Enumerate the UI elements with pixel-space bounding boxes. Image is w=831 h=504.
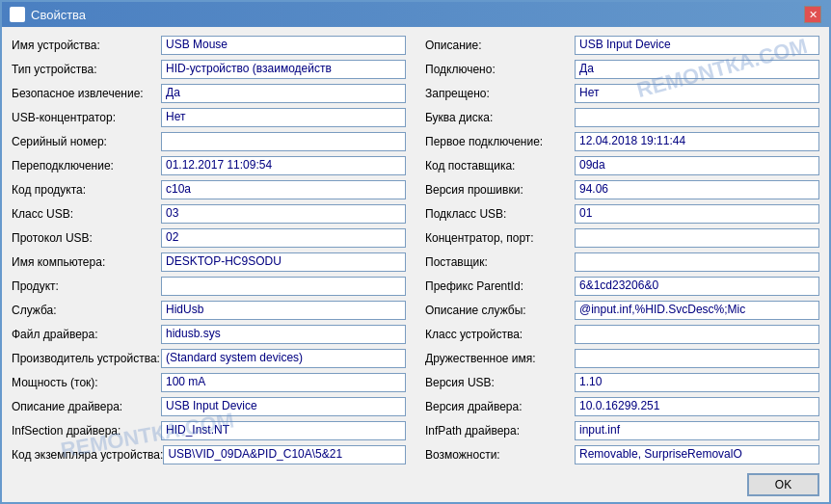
field-value: @input.inf,%HID.SvcDesc%;Mic bbox=[575, 301, 819, 320]
right-field-row: Подкласс USB:01 bbox=[425, 203, 819, 225]
left-field-row: Продукт: bbox=[12, 276, 406, 297]
footer: OK bbox=[2, 467, 829, 502]
window-title: Свойства bbox=[31, 8, 86, 22]
left-field-row: Безопасное извлечение:Да bbox=[12, 83, 406, 104]
content-area: REMONТКА.COM REMONТКА.COM Имя устройства… bbox=[2, 27, 829, 467]
field-label: Поставщик: bbox=[425, 255, 575, 269]
field-value: USB Mouse bbox=[161, 36, 406, 55]
field-value: hidusb.sys bbox=[161, 325, 406, 344]
field-label: Имя компьютера: bbox=[12, 255, 161, 269]
left-field-row: USB-концентратор:Нет bbox=[12, 107, 406, 128]
field-value: Да bbox=[161, 84, 406, 103]
right-field-row: Поставщик: bbox=[425, 252, 819, 273]
right-field-row: Возможности:Removable, SurpriseRemovalO bbox=[425, 444, 819, 465]
right-field-row: Версия прошивки:94.06 bbox=[425, 179, 819, 200]
field-label: USB-концентратор: bbox=[12, 111, 161, 124]
right-field-row: InfPath драйвера:input.inf bbox=[425, 420, 819, 441]
field-value: HidUsb bbox=[161, 301, 406, 320]
right-field-row: Описание:USB Input Device bbox=[425, 35, 819, 56]
field-value bbox=[575, 108, 819, 127]
field-value: Да bbox=[575, 60, 819, 79]
field-label: Описание драйвера: bbox=[12, 400, 161, 413]
field-value bbox=[575, 252, 819, 272]
field-value: USB Input Device bbox=[161, 397, 406, 416]
field-value: input.inf bbox=[575, 421, 819, 440]
window-icon: ⚙ bbox=[10, 7, 25, 22]
field-value bbox=[575, 349, 819, 368]
properties-grid: Имя устройства:USB MouseТип устройства:H… bbox=[12, 35, 819, 465]
right-field-row: Префикс ParentId:6&1cd23206&0 bbox=[425, 276, 819, 297]
field-value: HID-устройство (взаимодейств bbox=[161, 60, 406, 79]
field-label: Серийный номер: bbox=[12, 135, 161, 148]
ok-button[interactable]: OK bbox=[747, 473, 819, 496]
right-column: Описание:USB Input DeviceПодключено:ДаЗа… bbox=[425, 35, 819, 465]
left-field-row: Служба:HidUsb bbox=[12, 300, 406, 321]
field-label: Описание службы: bbox=[425, 304, 575, 317]
close-button[interactable]: ✕ bbox=[804, 6, 821, 23]
left-field-row: Мощность (ток):100 mA bbox=[12, 372, 406, 393]
field-value: c10a bbox=[161, 180, 406, 199]
left-field-row: Производитель устройства:(Standard syste… bbox=[12, 348, 406, 369]
left-field-row: Класс USB:03 bbox=[12, 203, 406, 225]
title-bar: ⚙ Свойства ✕ bbox=[2, 2, 829, 27]
field-label: Безопасное извлечение: bbox=[12, 87, 161, 100]
right-field-row: Дружественное имя: bbox=[425, 348, 819, 369]
field-label: Код экземпляра устройства: bbox=[12, 448, 163, 462]
field-value: 09da bbox=[575, 156, 819, 175]
right-field-row: Класс устройства: bbox=[425, 324, 819, 345]
field-value: 01.12.2017 11:09:54 bbox=[161, 156, 406, 175]
left-field-row: Файл драйвера:hidusb.sys bbox=[12, 324, 406, 345]
right-field-row: Код поставщика:09da bbox=[425, 155, 819, 176]
field-label: Имя устройства: bbox=[12, 39, 161, 52]
field-value bbox=[161, 132, 406, 151]
left-field-row: Имя компьютера:DESKTOP-HC9SODU bbox=[12, 252, 406, 273]
right-field-row: Описание службы:@input.inf,%HID.SvcDesc%… bbox=[425, 300, 819, 321]
right-field-row: Подключено:Да bbox=[425, 59, 819, 80]
field-label: Дружественное имя: bbox=[425, 352, 575, 365]
field-value: 10.0.16299.251 bbox=[575, 397, 819, 416]
left-field-row: Переподключение:01.12.2017 11:09:54 bbox=[12, 155, 406, 176]
field-value: 12.04.2018 19:11:44 bbox=[575, 132, 819, 151]
left-field-row: Код экземпляра устройства:USB\VID_09DA&P… bbox=[12, 444, 406, 465]
field-label: Версия прошивки: bbox=[425, 183, 575, 197]
field-label: Версия USB: bbox=[425, 376, 575, 389]
field-label: Первое подключение: bbox=[425, 135, 575, 148]
field-value: 03 bbox=[161, 204, 406, 224]
field-value: Нет bbox=[575, 84, 819, 103]
field-label: Концентратор, порт: bbox=[425, 231, 575, 245]
right-field-row: Первое подключение:12.04.2018 19:11:44 bbox=[425, 131, 819, 152]
left-field-row: Описание драйвера:USB Input Device bbox=[12, 396, 406, 417]
left-field-row: Протокол USB:02 bbox=[12, 227, 406, 249]
field-value: HID_Inst.NT bbox=[161, 421, 406, 440]
field-label: Продукт: bbox=[12, 279, 161, 293]
field-label: Переподключение: bbox=[12, 159, 161, 172]
field-label: Протокол USB: bbox=[12, 231, 161, 245]
field-label: InfPath драйвера: bbox=[425, 424, 575, 438]
field-value: USB\VID_09DA&PID_C10A\5&21 bbox=[163, 445, 406, 464]
field-value: 02 bbox=[161, 228, 406, 248]
left-field-row: Код продукта:c10a bbox=[12, 179, 406, 200]
field-value bbox=[575, 228, 819, 248]
field-label: Версия драйвера: bbox=[425, 400, 575, 413]
right-field-row: Версия драйвера:10.0.16299.251 bbox=[425, 396, 819, 417]
field-label: Класс USB: bbox=[12, 207, 161, 221]
field-label: Запрещено: bbox=[425, 87, 575, 100]
properties-window: ⚙ Свойства ✕ REMONТКА.COM REMONТКА.COM И… bbox=[0, 0, 831, 504]
field-value: Removable, SurpriseRemovalO bbox=[575, 445, 819, 464]
left-field-row: Имя устройства:USB Mouse bbox=[12, 35, 406, 56]
field-label: InfSection драйвера: bbox=[12, 424, 161, 438]
field-value: Нет bbox=[161, 108, 406, 127]
right-field-row: Концентратор, порт: bbox=[425, 227, 819, 249]
field-value: 6&1cd23206&0 bbox=[575, 277, 819, 296]
field-label: Мощность (ток): bbox=[12, 376, 161, 389]
left-field-row: Тип устройства:HID-устройство (взаимодей… bbox=[12, 59, 406, 80]
left-column: Имя устройства:USB MouseТип устройства:H… bbox=[12, 35, 406, 465]
field-label: Файл драйвера: bbox=[12, 328, 161, 341]
field-value: 94.06 bbox=[575, 180, 819, 199]
field-value: USB Input Device bbox=[575, 36, 819, 55]
field-value: 100 mA bbox=[161, 373, 406, 392]
field-label: Возможности: bbox=[425, 448, 575, 462]
field-value: DESKTOP-HC9SODU bbox=[161, 252, 406, 272]
field-label: Буква диска: bbox=[425, 111, 575, 124]
right-field-row: Версия USB:1.10 bbox=[425, 372, 819, 393]
